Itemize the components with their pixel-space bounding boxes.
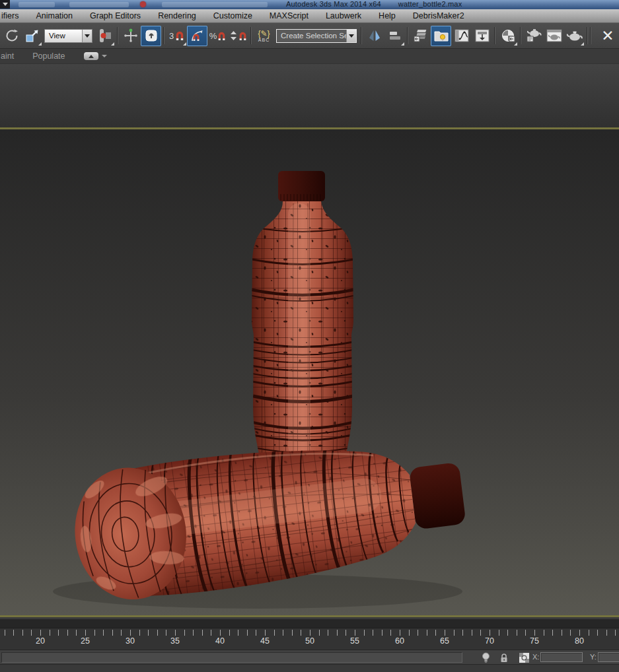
manipulate-icon bbox=[124, 28, 138, 43]
menu-debrismaker2[interactable]: DebrisMaker2 bbox=[404, 9, 473, 22]
y-coordinate-label: Y: bbox=[590, 653, 597, 661]
pivot-center-icon bbox=[97, 28, 113, 43]
percent-snap-toggle[interactable]: % bbox=[207, 26, 228, 46]
select-and-rotate-button[interactable] bbox=[1, 26, 22, 46]
manage-layers-button[interactable] bbox=[410, 26, 431, 46]
3dsmax-window: Autodesk 3ds Max 2014 x64watter_bottle2.… bbox=[0, 0, 619, 672]
render-production-button[interactable] bbox=[564, 26, 585, 46]
timeline-tick bbox=[390, 630, 391, 636]
snaps-toggle-button[interactable]: 3 bbox=[166, 26, 187, 46]
magnet-icon bbox=[175, 30, 184, 41]
percent-label: % bbox=[209, 32, 217, 40]
spinner-arrows-icon bbox=[230, 30, 237, 41]
prompt-line bbox=[1, 652, 462, 663]
timeline-tick bbox=[139, 630, 140, 636]
select-and-scale-button[interactable] bbox=[22, 26, 42, 46]
ribbon-tab-populate[interactable]: Populate bbox=[23, 51, 74, 61]
menu-maxscript[interactable]: MAXScript bbox=[261, 9, 317, 22]
rendered-frame-icon bbox=[546, 28, 563, 44]
schematic-view-button[interactable] bbox=[472, 26, 492, 46]
render-setup-button[interactable] bbox=[523, 26, 544, 46]
close-x-icon: ✕ bbox=[601, 27, 614, 45]
mirror-button[interactable] bbox=[364, 26, 384, 46]
x-coordinate-field[interactable] bbox=[540, 652, 583, 662]
timeline-tick bbox=[229, 630, 230, 636]
abc-caption: ABC bbox=[258, 38, 270, 42]
braces-pencil-icon: {✎} bbox=[258, 30, 270, 38]
scene-explorer-button[interactable] bbox=[431, 26, 451, 46]
menu-laubwerk[interactable]: Laubwerk bbox=[317, 9, 370, 22]
track-bar: 20253035404550556065707580 bbox=[0, 619, 619, 650]
perspective-viewport[interactable] bbox=[0, 127, 619, 617]
timeline-tick bbox=[615, 630, 616, 636]
reference-coordinate-system-dropdown[interactable]: View bbox=[44, 29, 92, 43]
timeline-frame-label: 70 bbox=[485, 636, 494, 646]
toolbar-separator bbox=[407, 27, 408, 44]
timeline-tick bbox=[472, 630, 472, 636]
timeline-tick bbox=[364, 630, 365, 636]
chevron-up-icon bbox=[89, 55, 94, 58]
timeline-tick bbox=[409, 630, 410, 636]
menu-help[interactable]: Help bbox=[370, 9, 404, 22]
timeline-tick bbox=[5, 630, 5, 636]
curve-editor-button[interactable] bbox=[451, 26, 472, 46]
window-title: Autodesk 3ds Max 2014 x64watter_bottle2.… bbox=[286, 0, 462, 8]
y-coordinate-field[interactable] bbox=[598, 652, 619, 662]
menu-modifiers[interactable]: ifiers bbox=[0, 9, 27, 22]
timeline-tick bbox=[67, 630, 68, 636]
absolute-offset-mode-toggle[interactable] bbox=[518, 652, 530, 663]
timeline-tick bbox=[220, 630, 221, 636]
timeline-tick bbox=[589, 630, 589, 636]
selection-lock-toggle[interactable] bbox=[498, 652, 510, 663]
main-toolbar: View bbox=[0, 23, 619, 49]
timeline-tick bbox=[247, 630, 248, 636]
material-editor-button[interactable] bbox=[497, 26, 518, 46]
chevron-down-icon bbox=[3, 3, 8, 6]
timeline-tick bbox=[597, 630, 598, 636]
angle-snap-toggle[interactable] bbox=[187, 26, 207, 46]
use-pivot-point-center-button[interactable] bbox=[94, 26, 115, 46]
timeline-tick bbox=[319, 630, 320, 636]
menu-bar: ifiers Animation Graph Editors Rendering… bbox=[0, 9, 619, 23]
curve-editor-icon bbox=[454, 28, 470, 43]
rendered-frame-window-button[interactable] bbox=[544, 26, 564, 46]
timeline-tick bbox=[31, 630, 32, 636]
menu-customize[interactable]: Customize bbox=[205, 9, 261, 22]
timeline-frame-label: 60 bbox=[395, 636, 404, 646]
reference-coordinate-system-value: View bbox=[45, 32, 82, 40]
quick-access-red-icon bbox=[140, 1, 146, 7]
keyboard-shortcut-override-toggle[interactable] bbox=[141, 26, 161, 46]
lock-icon bbox=[499, 653, 509, 663]
timeline-ruler[interactable]: 20253035404550556065707580 bbox=[0, 628, 619, 650]
mirror-icon bbox=[367, 28, 382, 43]
timeline-tick bbox=[121, 630, 122, 636]
timeline-tick bbox=[256, 630, 256, 636]
timeline-tick bbox=[157, 630, 158, 636]
dropdown-arrow-button[interactable] bbox=[82, 30, 92, 42]
timeline-tick bbox=[274, 630, 275, 636]
named-selection-sets-dropdown[interactable]: Create Selection Se bbox=[276, 29, 357, 43]
timeline-tick bbox=[462, 630, 463, 636]
timeline-tick bbox=[328, 630, 328, 636]
spinner-snap-toggle[interactable] bbox=[228, 26, 248, 46]
timeline-tick bbox=[570, 630, 571, 636]
edit-named-selection-sets-button[interactable]: {✎} ABC bbox=[254, 26, 274, 46]
align-button[interactable] bbox=[384, 26, 405, 46]
select-and-manipulate-button[interactable] bbox=[120, 26, 141, 46]
menu-graph-editors[interactable]: Graph Editors bbox=[81, 9, 149, 22]
isolate-selection-toggle[interactable] bbox=[480, 652, 492, 663]
timeline-tick bbox=[166, 630, 166, 636]
ribbon-minimize-toggle[interactable] bbox=[84, 52, 107, 60]
timeline-frame-label: 35 bbox=[170, 636, 180, 646]
menu-rendering[interactable]: Rendering bbox=[149, 9, 205, 22]
close-toolbar-button[interactable]: ✕ bbox=[593, 26, 619, 46]
window-flyout-button[interactable] bbox=[0, 0, 10, 9]
ribbon-tab-object-paint[interactable]: aint bbox=[0, 51, 23, 61]
timeline-tick bbox=[13, 630, 14, 636]
timeline-tick bbox=[94, 630, 95, 636]
timeline-tick bbox=[112, 630, 113, 636]
x-coordinate-label: X: bbox=[532, 653, 539, 661]
dropdown-arrow-button[interactable] bbox=[346, 30, 356, 42]
menu-animation[interactable]: Animation bbox=[27, 9, 81, 22]
timeline-tick bbox=[355, 630, 355, 636]
